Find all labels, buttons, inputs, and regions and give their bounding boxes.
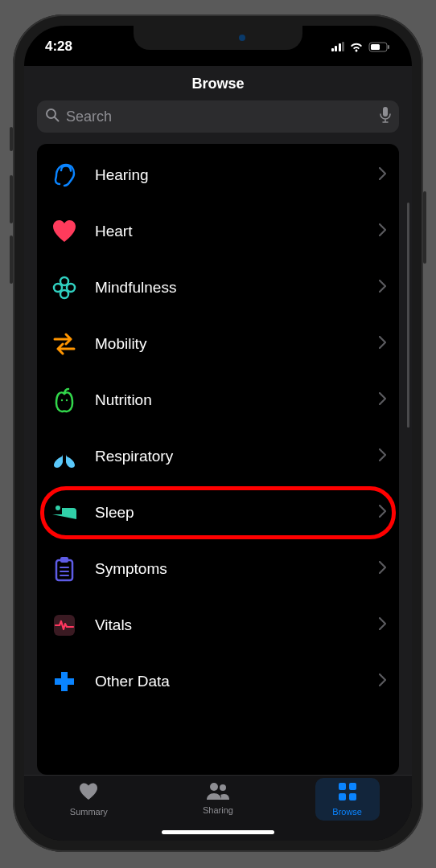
header: Browse — [24, 66, 412, 100]
svg-rect-23 — [349, 793, 356, 800]
phone-frame: 4:28 Browse — [13, 14, 423, 852]
list-item-heart[interactable]: Heart — [37, 203, 399, 260]
chevron-right-icon — [379, 448, 386, 465]
svg-point-11 — [66, 399, 68, 401]
mic-icon[interactable] — [380, 107, 391, 126]
cellular-signal-icon — [331, 42, 345, 51]
svg-point-7 — [60, 290, 68, 298]
grid-icon — [338, 782, 357, 805]
chevron-right-icon — [379, 167, 386, 183]
svg-rect-12 — [56, 560, 72, 580]
search-bar[interactable] — [37, 100, 399, 133]
screen: 4:28 Browse — [24, 26, 412, 841]
chevron-right-icon — [379, 617, 386, 633]
volume-up — [10, 175, 13, 223]
chevron-right-icon — [379, 223, 386, 240]
svg-rect-22 — [339, 793, 346, 800]
heart-icon — [78, 782, 99, 805]
status-right — [331, 42, 392, 52]
svg-point-10 — [61, 399, 63, 401]
mindfulness-icon — [50, 273, 79, 302]
chevron-right-icon — [379, 336, 386, 352]
svg-point-6 — [60, 277, 68, 285]
chevron-right-icon — [379, 674, 386, 690]
chevron-right-icon — [379, 505, 386, 521]
list-item-other-data[interactable]: Other Data — [37, 653, 399, 710]
symptoms-icon — [50, 555, 79, 583]
chevron-right-icon — [379, 561, 386, 577]
svg-rect-5 — [383, 107, 388, 117]
people-icon — [206, 782, 230, 803]
list-item-symptoms[interactable]: Symptoms — [37, 541, 399, 597]
svg-line-4 — [55, 117, 59, 121]
list-item-label: Nutrition — [95, 391, 379, 409]
status-time: 4:28 — [45, 39, 72, 55]
list-item-hearing[interactable]: Hearing — [37, 147, 399, 203]
list-item-label: Respiratory — [95, 448, 379, 465]
nutrition-icon — [50, 386, 79, 415]
page-title: Browse — [24, 76, 412, 92]
list-item-respiratory[interactable]: Respiratory — [37, 428, 399, 485]
list-item-vitals[interactable]: Vitals — [37, 597, 399, 653]
wifi-icon — [349, 42, 364, 52]
list-item-nutrition[interactable]: Nutrition — [37, 372, 399, 428]
tab-browse[interactable]: Browse — [315, 778, 380, 821]
chevron-right-icon — [379, 392, 386, 408]
mute-switch — [10, 127, 13, 151]
svg-point-9 — [67, 284, 75, 292]
svg-rect-2 — [388, 45, 389, 49]
list-item-label: Sleep — [95, 504, 379, 522]
tab-sharing[interactable]: Sharing — [186, 782, 250, 815]
search-input[interactable] — [66, 108, 373, 125]
list-item-mindfulness[interactable]: Mindfulness — [37, 260, 399, 316]
svg-rect-21 — [349, 783, 356, 790]
svg-point-19 — [220, 784, 226, 791]
list-item-label: Other Data — [95, 673, 379, 690]
list-item-label: Heart — [95, 223, 379, 240]
home-indicator[interactable] — [162, 830, 274, 834]
svg-rect-20 — [339, 783, 346, 790]
other-data-icon — [50, 667, 79, 696]
svg-point-8 — [54, 284, 62, 292]
list-item-label: Mobility — [95, 335, 379, 353]
respiratory-icon — [50, 442, 79, 471]
category-list[interactable]: Hearing Heart — [37, 144, 399, 775]
notch — [134, 26, 302, 50]
list-item-sleep[interactable]: Sleep — [37, 485, 399, 541]
list-item-label: Symptoms — [95, 560, 379, 578]
list-item-label: Vitals — [95, 616, 379, 634]
search-icon — [45, 108, 60, 125]
tab-label: Browse — [332, 807, 362, 817]
list-item-mobility[interactable]: Mobility — [37, 316, 399, 372]
tab-bar: Summary Sharing Browse — [24, 775, 412, 841]
tab-label: Summary — [70, 807, 108, 817]
tab-summary[interactable]: Summary — [56, 782, 121, 817]
power-button — [423, 191, 426, 264]
mobility-icon — [50, 330, 79, 358]
svg-rect-1 — [371, 44, 380, 50]
list-item-label: Hearing — [95, 166, 379, 184]
tab-label: Sharing — [203, 805, 233, 815]
chevron-right-icon — [379, 280, 386, 296]
vitals-icon — [50, 611, 79, 640]
svg-rect-13 — [60, 557, 68, 563]
sleep-icon — [50, 498, 79, 527]
scroll-indicator[interactable] — [407, 203, 409, 428]
ear-icon — [50, 161, 79, 190]
battery-icon — [368, 42, 391, 52]
volume-down — [10, 235, 13, 284]
list-item-label: Mindfulness — [95, 279, 379, 297]
heart-icon — [50, 217, 79, 246]
content-area: Browse Hearing — [24, 66, 412, 841]
svg-point-18 — [210, 783, 218, 791]
